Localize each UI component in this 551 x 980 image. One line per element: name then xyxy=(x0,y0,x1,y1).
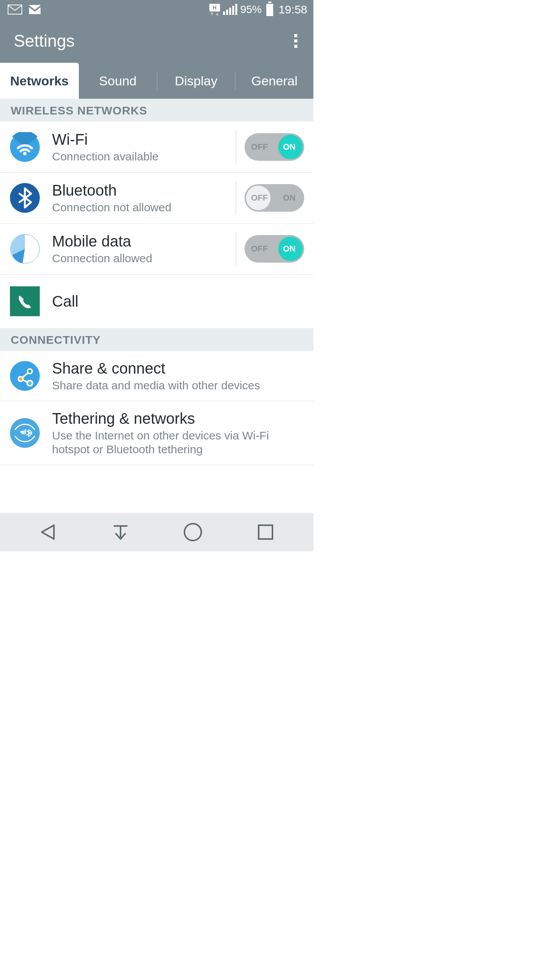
page-title: Settings xyxy=(14,31,75,51)
row-subtitle: Use the Internet on other devices via Wi… xyxy=(52,429,304,456)
toggle-off-label: OFF xyxy=(245,142,274,152)
row-subtitle: Connection not allowed xyxy=(52,201,233,214)
toggle-off-label: OFF xyxy=(245,193,274,203)
call-icon xyxy=(10,286,40,316)
tab-general[interactable]: General xyxy=(235,63,313,99)
nav-back-button[interactable] xyxy=(33,521,63,544)
tab-label: Networks xyxy=(10,74,68,88)
network-type-indicator: H ▼▲ xyxy=(209,4,220,16)
tab-label: Display xyxy=(175,74,217,88)
row-title: Share & connect xyxy=(52,359,304,377)
spacer xyxy=(0,465,313,483)
row-share-connect[interactable]: Share & connect Share data and media wit… xyxy=(0,351,313,401)
nav-recent-button[interactable] xyxy=(250,521,281,544)
row-title: Tethering & networks xyxy=(52,410,304,427)
bluetooth-toggle[interactable]: OFF ON xyxy=(245,184,304,212)
wifi-icon xyxy=(10,132,40,162)
row-title: Bluetooth xyxy=(52,181,233,199)
battery-icon xyxy=(266,3,273,16)
toggle-on-label: ON xyxy=(274,142,304,152)
section-wireless-networks: WIRELESS NETWORKS xyxy=(0,99,313,122)
row-divider xyxy=(236,181,236,215)
svg-rect-19 xyxy=(23,431,24,434)
row-divider xyxy=(236,232,236,266)
svg-rect-21 xyxy=(25,429,26,434)
navigation-bar xyxy=(0,513,313,551)
svg-point-15 xyxy=(19,377,22,381)
share-icon xyxy=(10,361,40,391)
tab-display[interactable]: Display xyxy=(157,63,235,99)
battery-percent: 95% xyxy=(240,3,262,16)
wifi-toggle[interactable]: OFF ON xyxy=(245,133,304,161)
tab-networks[interactable]: Networks xyxy=(0,63,79,99)
nav-notifications-button[interactable] xyxy=(105,521,136,544)
svg-rect-20 xyxy=(24,430,25,434)
gmail-icon xyxy=(28,5,42,15)
row-title: Mobile data xyxy=(52,232,233,250)
mobile-data-icon xyxy=(10,234,40,264)
overflow-menu-button[interactable] xyxy=(291,31,300,51)
nav-home-button[interactable] xyxy=(178,521,208,544)
svg-rect-25 xyxy=(259,525,272,539)
svg-point-17 xyxy=(28,381,32,385)
status-bar: H ▼▲ 95% 19:58 xyxy=(0,0,313,19)
mail-icon xyxy=(8,5,22,15)
svg-point-13 xyxy=(28,370,31,373)
row-mobile-data[interactable]: Mobile data Connection allowed OFF ON xyxy=(0,224,313,274)
section-connectivity: CONNECTIVITY xyxy=(0,328,313,351)
tab-sound[interactable]: Sound xyxy=(79,63,157,99)
svg-point-4 xyxy=(23,152,27,155)
tethering-icon xyxy=(10,418,40,448)
row-subtitle: Share data and media with other devices xyxy=(52,379,304,392)
row-title: Wi-Fi xyxy=(52,131,233,148)
app-header: Settings xyxy=(0,19,313,63)
clock: 19:58 xyxy=(279,3,307,16)
tab-label: General xyxy=(251,74,298,88)
svg-rect-8 xyxy=(10,286,40,316)
toggle-on-label: ON xyxy=(274,193,304,203)
mobile-data-toggle[interactable]: OFF ON xyxy=(245,235,304,263)
row-bluetooth[interactable]: Bluetooth Connection not allowed OFF ON xyxy=(0,173,313,224)
tab-label: Sound xyxy=(99,74,137,88)
row-subtitle: Connection allowed xyxy=(52,252,233,265)
row-subtitle: Connection available xyxy=(52,150,233,163)
svg-point-24 xyxy=(184,524,201,541)
svg-rect-0 xyxy=(8,5,22,14)
settings-tabs: Networks Sound Display General xyxy=(0,63,313,99)
row-tethering[interactable]: Tethering & networks Use the Internet on… xyxy=(0,401,313,465)
toggle-off-label: OFF xyxy=(245,244,274,254)
row-title: Call xyxy=(52,292,304,310)
bluetooth-icon xyxy=(10,183,40,213)
signal-icon xyxy=(223,4,237,15)
row-wifi[interactable]: Wi-Fi Connection available OFF ON xyxy=(0,122,313,173)
toggle-on-label: ON xyxy=(274,244,304,254)
row-call[interactable]: Call xyxy=(0,274,313,328)
row-divider xyxy=(236,130,236,164)
